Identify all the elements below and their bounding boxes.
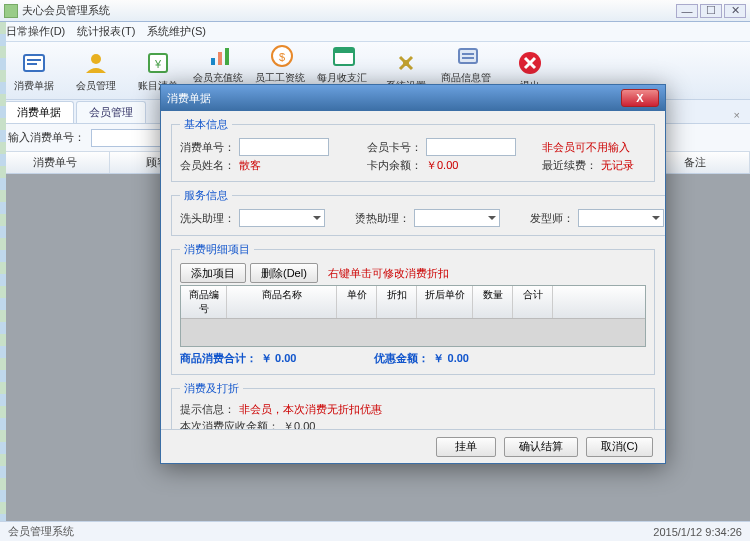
balance-value: ￥0.00 — [426, 158, 516, 173]
dialog-close-button[interactable]: X — [621, 89, 659, 107]
perm-label: 烫热助理： — [355, 211, 410, 226]
items-fieldset: 消费明细项目 添加项目 删除(Del) 右键单击可修改消费折扣 商品编号 商品名… — [171, 242, 655, 375]
items-legend: 消费明细项目 — [180, 242, 254, 257]
svg-rect-8 — [225, 48, 229, 65]
last-label: 最近续费： — [542, 158, 597, 173]
card-label: 会员卡号： — [367, 140, 422, 155]
basic-legend: 基本信息 — [180, 117, 232, 132]
last-value: 无记录 — [601, 158, 634, 173]
total-value: ￥ 0.00 — [261, 351, 296, 366]
del-item-button[interactable]: 删除(Del) — [250, 263, 318, 283]
pay-label: 本次消费应收金额： — [180, 419, 279, 429]
dialog-titlebar[interactable]: 消费单据 X — [161, 85, 665, 111]
col-disc: 折扣 — [377, 286, 417, 318]
service-fieldset: 服务信息 洗头助理： 烫热助理： 发型师： — [171, 188, 665, 236]
basic-fieldset: 基本信息 消费单号： 会员卡号： 非会员可不用输入 会员姓名： 散客 卡内余额：… — [171, 117, 655, 182]
disc-value: ￥ 0.00 — [433, 351, 468, 366]
add-item-button[interactable]: 添加项目 — [180, 263, 246, 283]
tab-close[interactable]: × — [728, 107, 746, 123]
wash-select[interactable] — [239, 209, 325, 227]
tb-consume[interactable]: 消费单据 — [6, 45, 62, 97]
svg-text:$: $ — [279, 51, 285, 63]
search-label: 输入消费单号： — [8, 130, 85, 145]
payhint-label: 提示信息： — [180, 402, 235, 417]
hair-label: 发型师： — [530, 211, 574, 226]
dialog-title: 消费单据 — [167, 91, 621, 106]
menubar: 日常操作(D) 统计报表(T) 系统维护(S) — [0, 22, 750, 42]
card-hint: 非会员可不用输入 — [542, 140, 630, 155]
col-price: 单价 — [337, 286, 377, 318]
window-titlebar: 夫心会员管理系统 — ☐ ✕ — [0, 0, 750, 22]
col-dprice: 折后单价 — [417, 286, 473, 318]
name-value: 散客 — [239, 158, 329, 173]
confirm-button[interactable]: 确认结算 — [504, 437, 578, 457]
window-title: 夫心会员管理系统 — [22, 3, 676, 18]
col-sum: 合计 — [513, 286, 553, 318]
hair-select[interactable] — [578, 209, 664, 227]
app-icon — [4, 4, 18, 18]
dialog-footer: 挂单 确认结算 取消(C) — [161, 429, 665, 463]
minimize-button[interactable]: — — [676, 4, 698, 18]
svg-rect-12 — [334, 48, 354, 53]
consume-dialog: 消费单据 X 基本信息 消费单号： 会员卡号： 非会员可不用输入 会员姓名： 散… — [160, 84, 666, 464]
total-label: 商品消费合计： — [180, 351, 257, 366]
pay-legend: 消费及打折 — [180, 381, 243, 396]
menu-system[interactable]: 系统维护(S) — [147, 24, 206, 39]
payhint-value: 非会员，本次消费无折扣优惠 — [239, 402, 382, 417]
menu-daily[interactable]: 日常操作(D) — [6, 24, 65, 39]
left-decor — [0, 22, 6, 521]
cancel-button[interactable]: 取消(C) — [586, 437, 653, 457]
name-label: 会员姓名： — [180, 158, 235, 173]
service-legend: 服务信息 — [180, 188, 232, 203]
balance-label: 卡内余额： — [367, 158, 422, 173]
wash-label: 洗头助理： — [180, 211, 235, 226]
svg-text:¥: ¥ — [154, 58, 162, 70]
tab-member[interactable]: 会员管理 — [76, 101, 146, 123]
svg-point-3 — [91, 54, 101, 64]
svg-rect-7 — [218, 52, 222, 65]
col-code: 商品编号 — [181, 286, 227, 318]
pay-value: ￥0.00 — [283, 419, 315, 429]
tb-member[interactable]: 会员管理 — [68, 45, 124, 97]
svg-rect-14 — [459, 49, 477, 63]
svg-rect-16 — [462, 57, 474, 59]
svg-rect-1 — [27, 59, 41, 61]
col-name: 商品名称 — [227, 286, 337, 318]
col-qty: 数量 — [473, 286, 513, 318]
svg-rect-6 — [211, 58, 215, 65]
perm-select[interactable] — [414, 209, 500, 227]
bill-input[interactable] — [239, 138, 329, 156]
status-time: 2015/1/12 9:34:26 — [653, 526, 742, 538]
maximize-button[interactable]: ☐ — [700, 4, 722, 18]
tab-consume[interactable]: 消费单据 — [4, 101, 74, 123]
bill-label: 消费单号： — [180, 140, 235, 155]
card-input[interactable] — [426, 138, 516, 156]
disc-label: 优惠金额： — [374, 351, 429, 366]
items-grid: 商品编号 商品名称 单价 折扣 折后单价 数量 合计 — [180, 285, 646, 347]
menu-report[interactable]: 统计报表(T) — [77, 24, 135, 39]
pay-fieldset: 消费及打折 提示信息： 非会员，本次消费无折扣优惠 本次消费应收金额： ￥0.0… — [171, 381, 655, 429]
gh-billno: 消费单号 — [0, 152, 110, 173]
close-button[interactable]: ✕ — [724, 4, 746, 18]
svg-rect-15 — [462, 53, 474, 55]
svg-rect-2 — [27, 63, 37, 65]
status-left: 会员管理系统 — [8, 524, 74, 539]
hold-button[interactable]: 挂单 — [436, 437, 496, 457]
svg-point-13 — [403, 60, 409, 66]
statusbar: 会员管理系统 2015/1/12 9:34:26 — [0, 521, 750, 541]
items-tip: 右键单击可修改消费折扣 — [328, 266, 449, 281]
